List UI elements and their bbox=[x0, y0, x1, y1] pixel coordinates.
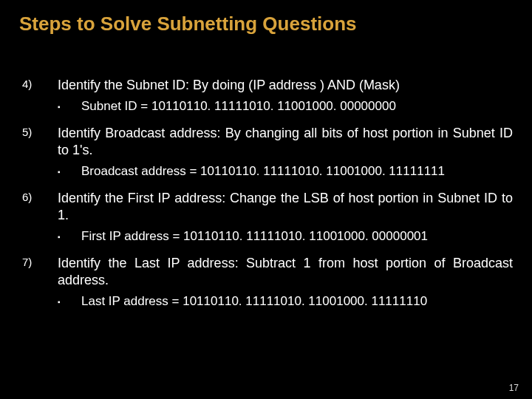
sub-value: = 10110110. 11111010. 11001000. 00000000 bbox=[137, 99, 396, 113]
bullet-icon: ▪ bbox=[58, 293, 81, 310]
sub-value: = 10110110. 11111010. 11001000. 00000001 bbox=[169, 229, 428, 243]
page-number: 17 bbox=[509, 383, 519, 393]
content-area: 4) Identify the Subnet ID: By doing (IP … bbox=[19, 77, 513, 310]
step-text: Identify the Last IP address: Subtract 1… bbox=[58, 255, 513, 289]
step-7: 7) Identify the Last IP address: Subtrac… bbox=[22, 255, 513, 289]
sub-prefix: First IP address bbox=[81, 229, 169, 243]
step-number: 4) bbox=[22, 77, 58, 94]
bullet-icon: ▪ bbox=[58, 228, 81, 245]
step-number: 7) bbox=[22, 255, 58, 289]
step-sub-text: Broadcast address = 10110110. 11111010. … bbox=[81, 163, 513, 180]
step-4: 4) Identify the Subnet ID: By doing (IP … bbox=[22, 77, 513, 94]
bullet-icon: ▪ bbox=[58, 98, 81, 115]
step-7-sub: ▪ Last IP address = 10110110. 11111010. … bbox=[58, 293, 513, 310]
step-6: 6) Identify the First IP address: Change… bbox=[22, 190, 513, 224]
step-5-sub: ▪ Broadcast address = 10110110. 11111010… bbox=[58, 163, 513, 180]
slide-title: Steps to Solve Subnetting Questions bbox=[19, 13, 513, 35]
step-sub-text: Subnet ID = 10110110. 11111010. 11001000… bbox=[81, 98, 513, 115]
sub-value: = 10110110. 11111010. 11001000. 11111111 bbox=[189, 164, 445, 178]
step-sub-text: Last IP address = 10110110. 11111010. 11… bbox=[81, 293, 513, 310]
step-4-sub: ▪ Subnet ID = 10110110. 11111010. 110010… bbox=[58, 98, 513, 115]
sub-prefix: Broadcast address bbox=[81, 164, 189, 178]
sub-prefix: Subnet ID bbox=[81, 99, 137, 113]
step-text: Identify the First IP address: Change th… bbox=[58, 190, 513, 224]
sub-prefix: Last IP address bbox=[81, 294, 172, 308]
step-sub-text: First IP address = 10110110. 11111010. 1… bbox=[81, 228, 513, 245]
step-text: Identify Broadcast address: By changing … bbox=[58, 125, 513, 159]
step-6-sub: ▪ First IP address = 10110110. 11111010.… bbox=[58, 228, 513, 245]
step-5: 5) Identify Broadcast address: By changi… bbox=[22, 125, 513, 159]
bullet-icon: ▪ bbox=[58, 163, 81, 180]
slide: Steps to Solve Subnetting Questions 4) I… bbox=[0, 0, 532, 399]
step-text: Identify the Subnet ID: By doing (IP add… bbox=[58, 77, 513, 94]
step-number: 5) bbox=[22, 125, 58, 159]
step-number: 6) bbox=[22, 190, 58, 224]
sub-value: = 10110110. 11111010. 11001000. 11111110 bbox=[172, 294, 428, 308]
